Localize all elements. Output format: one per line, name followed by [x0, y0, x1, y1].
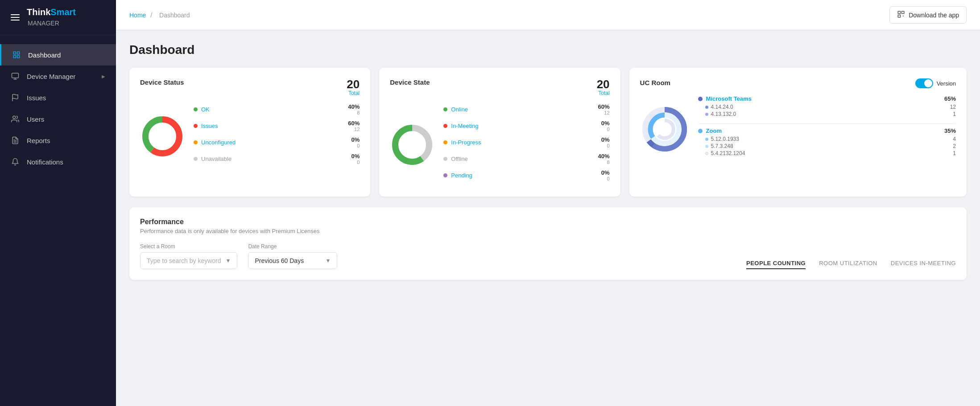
teams-main: Microsoft Teams 65% — [698, 95, 956, 102]
device-status-donut — [140, 114, 185, 159]
pending-count: 0 — [601, 176, 610, 181]
in-progress-pct: 0% — [601, 136, 610, 143]
performance-card: Performance Performance data is only ava… — [129, 207, 967, 280]
unconfigured-dot — [194, 140, 198, 144]
issues-label: Issues — [201, 123, 218, 129]
sidebar-item-dashboard-label: Dashboard — [28, 51, 61, 59]
uc-room-header: UC Room Version — [640, 78, 956, 88]
legend-item-ok: OK 40% 8 — [194, 103, 360, 115]
date-filter-group: Date Range Previous 60 Days ▼ — [248, 243, 337, 269]
date-filter-label: Date Range — [248, 243, 337, 250]
legend-item-pending: Pending 0% 0 — [443, 169, 609, 181]
zoom-sub2-dot — [705, 145, 708, 148]
device-state-total-num: 20 — [597, 78, 610, 90]
issues-count: 12 — [348, 127, 360, 132]
zoom-main: Zoom 35% — [698, 127, 956, 134]
dashboard-icon — [12, 50, 21, 59]
uc-room-card: UC Room Version — [629, 68, 967, 197]
main-content: Home / Dashboard Download the app Dashbo… — [116, 0, 980, 406]
svg-point-6 — [13, 116, 16, 119]
unavailable-dot — [194, 157, 198, 161]
zoom-sub1-val: 4 — [953, 136, 956, 142]
uc-room-title: UC Room — [640, 79, 670, 86]
tab-people-counting[interactable]: PEOPLE COUNTING — [746, 260, 806, 269]
legend-item-unconfigured: Unconfigured 0% 0 — [194, 136, 360, 148]
sidebar-item-users[interactable]: Users — [0, 108, 116, 130]
teams-pct: 65% — [944, 95, 956, 102]
sidebar-item-reports[interactable]: Reports — [0, 130, 116, 151]
issues-icon — [11, 93, 20, 102]
room-filter-value: Type to search by keyword — [147, 257, 221, 264]
legend-item-issues: Issues 60% 12 — [194, 120, 360, 132]
tab-devices-in-meeting[interactable]: DEVICES IN-MEETING — [891, 260, 956, 269]
device-state-title: Device State — [390, 78, 430, 86]
topbar: Home / Dashboard Download the app — [116, 0, 980, 30]
pending-dot — [443, 173, 447, 177]
offline-dot — [443, 157, 447, 161]
sidebar-item-device-manager[interactable]: Device Manager ▶ — [0, 66, 116, 87]
device-status-legend: OK 40% 8 Issues — [194, 103, 360, 169]
offline-pct: 40% — [598, 153, 610, 160]
download-app-button[interactable]: Download the app — [889, 6, 967, 24]
teams-sub2-label: 4.13.132.0 — [711, 111, 736, 117]
teams-section: Microsoft Teams 65% 4.14.24.0 12 — [698, 95, 956, 117]
room-filter-chevron-icon: ▼ — [226, 258, 231, 264]
zoom-pct: 35% — [944, 127, 956, 134]
sidebar-item-users-label: Users — [27, 115, 44, 123]
sidebar-item-notifications[interactable]: Notifications — [0, 151, 116, 172]
svg-rect-1 — [17, 52, 20, 54]
date-filter-select[interactable]: Previous 60 Days ▼ — [248, 252, 337, 269]
svg-rect-2 — [13, 56, 16, 58]
sidebar-item-reports-label: Reports — [27, 137, 50, 144]
tab-room-utilization[interactable]: ROOM UTILIZATION — [819, 260, 877, 269]
zoom-sub-1: 5.12.0.1933 4 — [698, 136, 956, 142]
room-filter-select[interactable]: Type to search by keyword ▼ — [140, 252, 237, 269]
issues-pct: 60% — [348, 120, 360, 127]
teams-sub1-val: 12 — [950, 104, 956, 110]
online-dot — [443, 107, 447, 111]
ok-label: OK — [201, 106, 210, 113]
sidebar-item-issues[interactable]: Issues — [0, 87, 116, 108]
zoom-sub3-label: 5.4.2132.1204 — [711, 150, 745, 156]
teams-dot — [698, 97, 703, 101]
cards-row: Device Status 20 Total — [129, 68, 967, 197]
ok-count: 8 — [348, 110, 360, 115]
chevron-right-icon: ▶ — [102, 74, 105, 79]
uc-room-toggle[interactable] — [915, 78, 933, 88]
unconfigured-pct: 0% — [351, 136, 360, 143]
reports-icon — [11, 136, 20, 145]
hamburger-icon[interactable] — [9, 12, 21, 22]
breadcrumb-current: Dashboard — [159, 12, 190, 19]
page-title: Dashboard — [129, 43, 967, 57]
unavailable-label: Unavailable — [201, 156, 232, 162]
in-meeting-pct: 0% — [601, 120, 610, 127]
device-state-donut — [390, 123, 434, 167]
uc-room-toggle-label: Version — [937, 80, 956, 87]
device-status-body: OK 40% 8 Issues — [140, 103, 360, 169]
zoom-sub3-dot — [705, 152, 708, 155]
legend-item-in-meeting: In-Meeting 0% 0 — [443, 120, 609, 132]
in-meeting-count: 0 — [601, 127, 610, 132]
device-status-card: Device Status 20 Total — [129, 68, 370, 197]
room-filter-label: Select a Room — [140, 243, 237, 250]
performance-tabs: PEOPLE COUNTING ROOM UTILIZATION DEVICES… — [746, 260, 956, 269]
pending-pct: 0% — [601, 169, 610, 176]
zoom-sub-2: 5.7.3.248 2 — [698, 143, 956, 149]
svg-rect-4 — [12, 73, 19, 78]
device-status-total: 20 Total — [347, 78, 360, 96]
online-pct: 60% — [598, 103, 610, 110]
notifications-icon — [11, 157, 20, 166]
breadcrumb-sep: / — [150, 12, 152, 19]
device-status-title: Device Status — [140, 78, 184, 86]
sidebar-item-dashboard[interactable]: Dashboard — [0, 44, 116, 66]
zoom-sub1-dot — [705, 138, 708, 141]
device-state-total: 20 Total — [597, 78, 610, 96]
performance-title: Performance — [140, 218, 956, 226]
device-state-legend: Online 60% 12 In-Meeting — [443, 103, 609, 186]
breadcrumb-home[interactable]: Home — [129, 12, 146, 19]
unconfigured-label: Unconfigured — [201, 139, 236, 146]
teams-sub1-label: 4.14.24.0 — [711, 104, 733, 110]
sidebar-nav: Dashboard Device Manager ▶ Issues — [0, 35, 116, 406]
breadcrumb: Home / Dashboard — [129, 12, 193, 19]
device-state-card: Device State 20 Total — [379, 68, 620, 197]
